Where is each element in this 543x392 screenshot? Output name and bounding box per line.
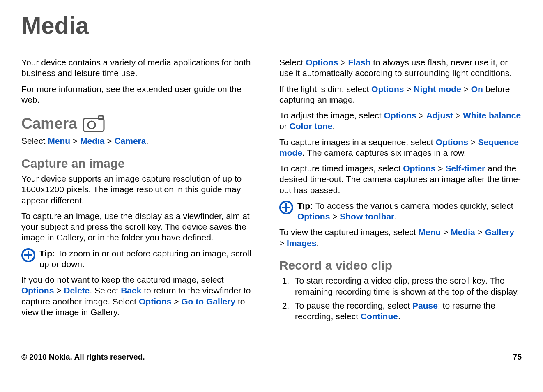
page: Media Your device contains a variety of … — [0, 0, 543, 392]
separator: > — [404, 84, 414, 94]
text: . — [146, 136, 148, 145]
text: To capture images in a sequence, select — [279, 137, 436, 147]
link-delete[interactable]: Delete — [64, 286, 90, 295]
link-camera[interactable]: Camera — [114, 136, 146, 145]
link-media[interactable]: Media — [451, 227, 475, 237]
text: To adjust the image, select — [279, 111, 384, 120]
link-color-tone[interactable]: Color tone — [290, 121, 333, 131]
camera-heading-text: Camera — [21, 114, 77, 133]
text: Select — [279, 58, 306, 67]
link-on[interactable]: On — [471, 84, 483, 94]
view-paragraph: To view the captured images, select Menu… — [279, 227, 522, 249]
separator: > — [330, 212, 340, 221]
separator: > — [70, 136, 80, 145]
record-steps: To start recording a video clip, press t… — [279, 275, 522, 322]
camera-heading: Camera — [21, 114, 252, 133]
flash-paragraph: Select Options > Flash to always use fla… — [279, 57, 522, 79]
capture-heading: Capture an image — [21, 156, 252, 171]
link-night-mode[interactable]: Night mode — [414, 84, 461, 94]
svg-rect-5 — [24, 254, 32, 256]
link-options[interactable]: Options — [403, 164, 435, 173]
separator: > — [461, 84, 471, 94]
separator: > — [468, 137, 478, 147]
link-flash[interactable]: Flash — [348, 58, 370, 67]
tip-zoom: Tip: To zoom in or out before capturing … — [21, 248, 252, 270]
text: . — [316, 238, 319, 248]
link-images[interactable]: Images — [287, 238, 316, 248]
svg-point-2 — [88, 121, 95, 129]
sequence-paragraph: To capture images in a sequence, select … — [279, 137, 522, 159]
separator: > — [435, 164, 445, 173]
link-white-balance[interactable]: White balance — [463, 111, 521, 120]
link-continue[interactable]: Continue — [361, 311, 398, 321]
link-options[interactable]: Options — [436, 137, 468, 147]
link-options[interactable]: Options — [306, 58, 338, 67]
page-title: Media — [21, 12, 522, 39]
tip-label: Tip: — [39, 249, 58, 258]
link-options[interactable]: Options — [371, 84, 404, 94]
text: . — [398, 311, 400, 321]
text: To access the various camera modes quick… — [315, 201, 513, 210]
list-item: To pause the recording, select Pause; to… — [292, 300, 522, 322]
link-options[interactable]: Options — [297, 212, 330, 221]
separator: > — [441, 227, 451, 237]
tip-toolbar: Tip: To access the various camera modes … — [279, 201, 522, 222]
intro-paragraph-1: Your device contains a variety of media … — [21, 57, 252, 79]
separator: > — [279, 238, 287, 248]
timer-paragraph: To capture timed images, select Options … — [279, 163, 522, 196]
text: If the light is dim, select — [279, 84, 371, 94]
text: If you do not want to keep the captured … — [21, 275, 224, 284]
text: . The camera captures six images in a ro… — [302, 148, 466, 157]
tip-text: To zoom in or out before capturing an im… — [39, 249, 251, 269]
dim-paragraph: If the light is dim, select Options > Ni… — [279, 84, 522, 106]
separator: > — [54, 286, 64, 295]
text: . Select — [90, 286, 121, 295]
link-menu[interactable]: Menu — [48, 136, 70, 145]
adjust-paragraph: To adjust the image, select Options > Ad… — [279, 110, 522, 132]
capture-p2: To capture an image, use the display as … — [21, 211, 252, 243]
separator: > — [475, 227, 485, 237]
link-options[interactable]: Options — [139, 297, 171, 306]
link-pause[interactable]: Pause — [412, 301, 438, 310]
link-go-to-gallery[interactable]: Go to Gallery — [181, 297, 235, 306]
record-heading: Record a video clip — [279, 258, 522, 273]
tip-body: Tip: To zoom in or out before capturing … — [39, 248, 252, 270]
copyright: © 2010 Nokia. All rights reserved. — [21, 353, 145, 362]
separator: > — [338, 58, 348, 67]
link-options[interactable]: Options — [21, 286, 54, 295]
page-footer: © 2010 Nokia. All rights reserved. 75 — [21, 353, 522, 362]
separator: > — [104, 136, 114, 145]
plus-icon — [21, 248, 35, 262]
link-gallery[interactable]: Gallery — [485, 227, 514, 237]
camera-nav-path: Select Menu > Media > Camera. — [21, 136, 252, 146]
link-menu[interactable]: Menu — [419, 227, 441, 237]
svg-rect-8 — [282, 207, 290, 208]
text: Select — [21, 136, 48, 145]
text: To pause the recording, select — [295, 301, 412, 310]
separator: > — [453, 111, 463, 120]
content-columns: Your device contains a variety of media … — [21, 57, 522, 325]
text: . — [333, 121, 335, 131]
svg-rect-0 — [83, 118, 104, 131]
list-item: To start recording a video clip, press t… — [292, 275, 522, 297]
link-show-toolbar[interactable]: Show toolbar — [340, 212, 394, 221]
camera-icon — [83, 115, 105, 132]
link-media[interactable]: Media — [80, 136, 105, 145]
separator: > — [171, 297, 181, 306]
text: or — [279, 121, 290, 131]
link-options[interactable]: Options — [384, 111, 416, 120]
tip-label: Tip: — [297, 201, 315, 210]
capture-keep: If you do not want to keep the captured … — [21, 274, 252, 318]
page-number: 75 — [513, 353, 522, 362]
link-self-timer[interactable]: Self-timer — [445, 164, 485, 173]
capture-p1: Your device supports an image capture re… — [21, 173, 252, 206]
text: . — [394, 212, 397, 221]
text: To view the captured images, select — [279, 227, 419, 237]
text: To capture timed images, select — [279, 164, 403, 173]
link-adjust[interactable]: Adjust — [426, 111, 453, 120]
link-back[interactable]: Back — [121, 286, 141, 295]
tip-body: Tip: To access the various camera modes … — [297, 201, 522, 222]
right-column: Select Options > Flash to always use fla… — [279, 57, 522, 325]
intro-paragraph-2: For more information, see the extended u… — [21, 84, 252, 106]
separator: > — [416, 111, 426, 120]
